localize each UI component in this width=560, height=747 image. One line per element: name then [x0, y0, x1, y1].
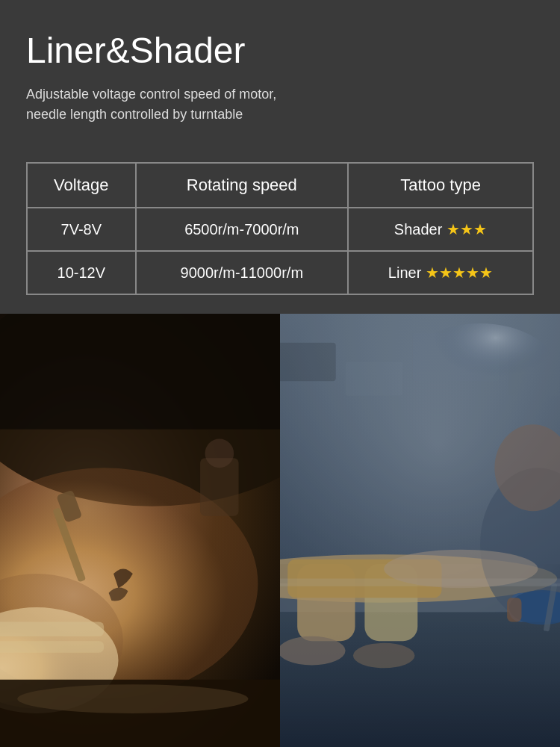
- table-header-row: Voltage Rotating speed Tattoo type: [27, 163, 533, 208]
- svg-point-10: [17, 684, 248, 713]
- col-rotating-speed: Rotating speed: [136, 163, 349, 208]
- stars-1: ★★★: [447, 220, 487, 238]
- svg-rect-7: [0, 622, 104, 636]
- svg-point-12: [205, 439, 234, 468]
- speed-2: 9000r/m-11000r/m: [136, 251, 349, 294]
- subtitle-line1: Adjustable voltage control speed of moto…: [26, 87, 276, 102]
- image-left: [0, 314, 280, 747]
- table-row: 10-12V 9000r/m-11000r/m Liner ★★★★★: [27, 251, 533, 294]
- voltage-1: 7V-8V: [27, 208, 136, 251]
- table-row: 7V-8V 6500r/m-7000r/m Shader ★★★: [27, 208, 533, 251]
- svg-rect-13: [0, 314, 280, 430]
- subtitle: Adjustable voltage control speed of moto…: [26, 84, 534, 125]
- col-voltage: Voltage: [27, 163, 136, 208]
- type-2: Liner ★★★★★: [348, 251, 533, 294]
- header-section: Liner&Shader Adjustable voltage control …: [0, 0, 560, 140]
- specs-table: Voltage Rotating speed Tattoo type 7V-8V…: [26, 162, 534, 295]
- page-container: Liner&Shader Adjustable voltage control …: [0, 0, 560, 747]
- tattoo-type-label-2: Liner: [388, 264, 421, 282]
- svg-rect-36: [280, 314, 560, 747]
- svg-rect-8: [0, 641, 104, 652]
- tattoo-scene-svg-left: [0, 314, 280, 747]
- speed-1: 6500r/m-7000r/m: [136, 208, 349, 251]
- col-tattoo-type: Tattoo type: [348, 163, 533, 208]
- subtitle-line2: needle length controlled by turntable: [26, 107, 243, 122]
- images-section: [0, 314, 560, 747]
- page-title: Liner&Shader: [26, 30, 534, 71]
- tattoo-scene-svg-right: [280, 314, 560, 747]
- image-right: [280, 314, 560, 747]
- voltage-2: 10-12V: [27, 251, 136, 294]
- type-1: Shader ★★★: [348, 208, 533, 251]
- tattoo-type-label-1: Shader: [394, 221, 443, 238]
- svg-point-37: [384, 550, 538, 589]
- stars-2: ★★★★★: [426, 264, 493, 282]
- table-section: Voltage Rotating speed Tattoo type 7V-8V…: [0, 140, 560, 314]
